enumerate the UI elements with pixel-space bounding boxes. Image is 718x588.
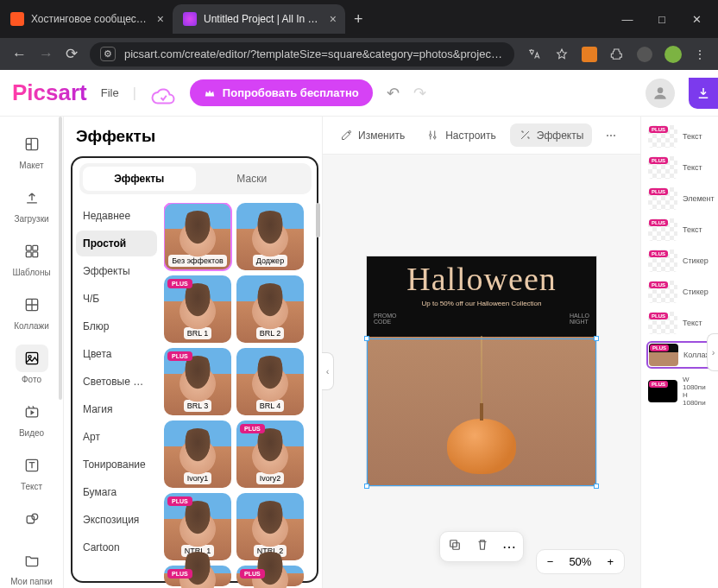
effect-brl1[interactable]: PLUSBRL 1 [164, 275, 231, 343]
effect-brl4[interactable]: BRL 4 [236, 348, 304, 415]
layer-text-1[interactable]: PLUSТекст [646, 123, 713, 149]
collapse-panel-button[interactable]: ‹ [322, 352, 334, 390]
canvas-subtitle: Up to 50% off our Halloween Collection [367, 298, 596, 313]
plus-badge: PLUS [167, 351, 192, 361]
rail-scrollbar[interactable] [59, 117, 62, 400]
rail-video[interactable]: Видео [0, 391, 63, 445]
duplicate-button[interactable] [447, 537, 463, 556]
floating-toolbar: ⋯ [439, 531, 524, 562]
extension-1-icon[interactable] [582, 47, 597, 62]
menu-icon[interactable]: ⋮ [694, 47, 706, 61]
artboard[interactable]: Halloween Up to 50% off our Halloween Co… [367, 256, 596, 486]
edit-button[interactable]: Изменить [331, 123, 413, 147]
layer-text-3[interactable]: PLUSТекст [646, 217, 713, 243]
forward-button[interactable]: → [39, 46, 54, 63]
rail-collages[interactable]: Коллажи [0, 284, 63, 338]
new-tab-button[interactable]: + [345, 10, 372, 28]
cat-cartoon[interactable]: Cartoon [76, 534, 157, 560]
effect-item[interactable]: PLUS [164, 566, 231, 586]
layer-element[interactable]: PLUSЭлемент [646, 186, 713, 212]
rail-layout[interactable]: Макет [0, 123, 63, 177]
plus-badge: PLUS [167, 279, 192, 288]
cat-exposure[interactable]: Экспозиция [76, 507, 157, 533]
close-icon[interactable]: × [157, 12, 164, 26]
extensions-icon[interactable] [609, 47, 625, 62]
rail-folders[interactable]: Мои папки [0, 540, 63, 588]
redo-button[interactable]: ↷ [413, 84, 426, 103]
rail-uploads[interactable]: Загрузки [0, 177, 63, 231]
profile-avatar[interactable] [664, 46, 682, 63]
effect-ivory1[interactable]: Ivory1 [164, 420, 231, 488]
bookmark-icon[interactable] [554, 47, 570, 62]
download-button[interactable] [689, 78, 718, 109]
browser-tab-1[interactable]: Хостинговое сообщество «Tin × [0, 4, 173, 34]
plus-badge: PLUS [167, 496, 192, 506]
effect-ntrl1[interactable]: PLUSNTRL 1 [164, 493, 231, 560]
browser-tab-2[interactable]: Untitled Project | All In One We × [173, 4, 345, 34]
picsart-logo[interactable]: Picsart [12, 79, 87, 106]
expand-layers-button[interactable]: › [707, 333, 718, 371]
effect-brl2[interactable]: BRL 2 [236, 275, 304, 343]
canvas-viewport[interactable]: ‹ Halloween Up to 50% off our Halloween … [323, 155, 640, 588]
thumbs-scrollbar[interactable] [316, 203, 320, 237]
cat-bw[interactable]: Ч/Б [76, 286, 157, 312]
close-window-button[interactable]: ✕ [690, 13, 702, 26]
translate-icon[interactable] [526, 47, 542, 62]
close-icon[interactable]: × [330, 12, 337, 26]
cat-effects[interactable]: Эффекты [76, 258, 157, 284]
file-menu[interactable]: File [101, 86, 119, 99]
rail-photo[interactable]: Фото [0, 338, 63, 391]
effect-dodger[interactable]: Доджер [236, 203, 304, 270]
adjust-button[interactable]: Настроить [419, 123, 505, 147]
cloud-sync-icon[interactable] [150, 84, 176, 103]
rail-text[interactable]: Текст [0, 445, 63, 498]
cat-art[interactable]: Арт [76, 424, 157, 450]
address-bar[interactable]: ⚙ picsart.com/create/editor/?templateSiz… [90, 42, 514, 66]
app-header: Picsart File | Попробовать бесплатно ↶ ↷ [0, 70, 718, 117]
cat-blur[interactable]: Блюр [76, 313, 157, 339]
rail-templates[interactable]: Шаблоны [0, 231, 63, 284]
cat-magic[interactable]: Магия [76, 396, 157, 422]
layer-collage[interactable]: PLUSКоллаж [646, 341, 713, 369]
back-button[interactable]: ← [12, 46, 27, 63]
reload-button[interactable]: ⟳ [66, 45, 78, 63]
cat-colors[interactable]: Цвета [76, 341, 157, 367]
delete-button[interactable] [475, 537, 490, 556]
more-options-button[interactable]: ⋯ [502, 539, 516, 555]
maximize-button[interactable]: □ [656, 13, 668, 26]
effect-item[interactable]: PLUS [236, 566, 304, 586]
cat-light[interactable]: Световые ф... [76, 369, 157, 395]
effect-ntrl2[interactable]: NTRL 2 [236, 493, 304, 560]
more-button[interactable]: ⋯ [597, 124, 625, 147]
minimize-button[interactable]: — [621, 13, 633, 26]
cat-tone[interactable]: Тонирование [76, 452, 157, 477]
zoom-in-button[interactable]: + [607, 555, 614, 568]
layer-sticker-1[interactable]: PLUSСтикер [646, 248, 713, 274]
subtab-effects[interactable]: Эффекты [83, 167, 196, 191]
cat-paper[interactable]: Бумага [76, 479, 157, 505]
extension-2-icon[interactable] [637, 47, 652, 62]
svg-rect-14 [450, 541, 457, 547]
undo-button[interactable]: ↶ [387, 84, 400, 103]
layer-bg[interactable]: PLUSW 1080пиH 1080пи [646, 374, 713, 408]
try-free-button[interactable]: Попробовать бесплатно [190, 79, 373, 106]
rail-shapes[interactable] [0, 498, 63, 540]
svg-point-12 [32, 514, 38, 520]
zoom-level[interactable]: 50% [569, 555, 591, 568]
site-settings-icon[interactable]: ⚙ [100, 47, 116, 61]
layer-sticker-2[interactable]: PLUSСтикер [646, 279, 713, 305]
zoom-out-button[interactable]: − [547, 555, 554, 568]
effect-none[interactable]: Без эффектов [164, 203, 231, 270]
cat-recent[interactable]: Недавнее [76, 203, 157, 229]
canvas-heading: Halloween [367, 256, 596, 298]
subtab-masks[interactable]: Маски [196, 167, 309, 191]
zoom-control: − 50% + [536, 549, 625, 574]
layer-text-4[interactable]: PLUSТекст [646, 310, 713, 336]
effect-brl3[interactable]: PLUSBRL 3 [164, 348, 231, 415]
cat-simple[interactable]: Простой [76, 231, 157, 256]
effect-ivory2[interactable]: PLUSIvory2 [236, 420, 304, 488]
layer-text-2[interactable]: PLUSТекст [646, 155, 713, 180]
effects-button[interactable]: Эффекты [510, 123, 593, 147]
selection-rect[interactable] [367, 338, 596, 486]
user-avatar[interactable] [646, 79, 675, 108]
